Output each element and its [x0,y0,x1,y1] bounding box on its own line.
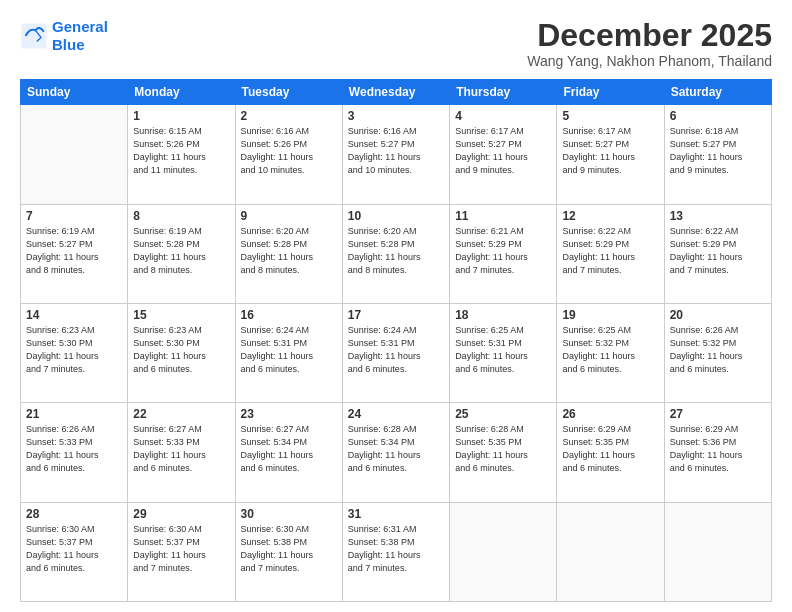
day-number: 28 [26,507,122,521]
day-info: Sunrise: 6:29 AMSunset: 5:35 PMDaylight:… [562,423,658,475]
day-cell [557,502,664,601]
day-cell: 20Sunrise: 6:26 AMSunset: 5:32 PMDayligh… [664,303,771,402]
day-info: Sunrise: 6:27 AMSunset: 5:33 PMDaylight:… [133,423,229,475]
day-info: Sunrise: 6:25 AMSunset: 5:32 PMDaylight:… [562,324,658,376]
day-cell [664,502,771,601]
day-info: Sunrise: 6:19 AMSunset: 5:27 PMDaylight:… [26,225,122,277]
day-cell: 9Sunrise: 6:20 AMSunset: 5:28 PMDaylight… [235,204,342,303]
week-row-1: 7Sunrise: 6:19 AMSunset: 5:27 PMDaylight… [21,204,772,303]
day-info: Sunrise: 6:23 AMSunset: 5:30 PMDaylight:… [26,324,122,376]
col-header-sunday: Sunday [21,80,128,105]
day-cell: 7Sunrise: 6:19 AMSunset: 5:27 PMDaylight… [21,204,128,303]
day-info: Sunrise: 6:16 AMSunset: 5:26 PMDaylight:… [241,125,337,177]
day-number: 24 [348,407,444,421]
day-cell: 1Sunrise: 6:15 AMSunset: 5:26 PMDaylight… [128,105,235,204]
day-number: 14 [26,308,122,322]
day-info: Sunrise: 6:16 AMSunset: 5:27 PMDaylight:… [348,125,444,177]
day-number: 7 [26,209,122,223]
day-number: 5 [562,109,658,123]
logo: General Blue [20,18,108,54]
day-cell: 6Sunrise: 6:18 AMSunset: 5:27 PMDaylight… [664,105,771,204]
day-info: Sunrise: 6:28 AMSunset: 5:35 PMDaylight:… [455,423,551,475]
day-info: Sunrise: 6:20 AMSunset: 5:28 PMDaylight:… [241,225,337,277]
day-cell: 27Sunrise: 6:29 AMSunset: 5:36 PMDayligh… [664,403,771,502]
day-number: 15 [133,308,229,322]
day-info: Sunrise: 6:15 AMSunset: 5:26 PMDaylight:… [133,125,229,177]
day-cell: 19Sunrise: 6:25 AMSunset: 5:32 PMDayligh… [557,303,664,402]
day-info: Sunrise: 6:28 AMSunset: 5:34 PMDaylight:… [348,423,444,475]
day-cell: 10Sunrise: 6:20 AMSunset: 5:28 PMDayligh… [342,204,449,303]
day-number: 19 [562,308,658,322]
subtitle: Wang Yang, Nakhon Phanom, Thailand [527,53,772,69]
day-number: 8 [133,209,229,223]
day-cell: 14Sunrise: 6:23 AMSunset: 5:30 PMDayligh… [21,303,128,402]
day-info: Sunrise: 6:30 AMSunset: 5:37 PMDaylight:… [26,523,122,575]
day-cell: 23Sunrise: 6:27 AMSunset: 5:34 PMDayligh… [235,403,342,502]
day-cell: 30Sunrise: 6:30 AMSunset: 5:38 PMDayligh… [235,502,342,601]
logo-line2: Blue [52,36,85,53]
day-cell: 4Sunrise: 6:17 AMSunset: 5:27 PMDaylight… [450,105,557,204]
col-header-saturday: Saturday [664,80,771,105]
day-info: Sunrise: 6:20 AMSunset: 5:28 PMDaylight:… [348,225,444,277]
day-cell: 18Sunrise: 6:25 AMSunset: 5:31 PMDayligh… [450,303,557,402]
day-number: 10 [348,209,444,223]
day-number: 9 [241,209,337,223]
page: General Blue December 2025 Wang Yang, Na… [0,0,792,612]
day-cell: 22Sunrise: 6:27 AMSunset: 5:33 PMDayligh… [128,403,235,502]
day-number: 27 [670,407,766,421]
day-info: Sunrise: 6:24 AMSunset: 5:31 PMDaylight:… [348,324,444,376]
day-cell: 25Sunrise: 6:28 AMSunset: 5:35 PMDayligh… [450,403,557,502]
day-cell: 3Sunrise: 6:16 AMSunset: 5:27 PMDaylight… [342,105,449,204]
day-number: 29 [133,507,229,521]
svg-rect-0 [21,23,46,48]
title-block: December 2025 Wang Yang, Nakhon Phanom, … [527,18,772,69]
col-header-tuesday: Tuesday [235,80,342,105]
day-cell: 13Sunrise: 6:22 AMSunset: 5:29 PMDayligh… [664,204,771,303]
day-number: 11 [455,209,551,223]
day-info: Sunrise: 6:30 AMSunset: 5:38 PMDaylight:… [241,523,337,575]
day-number: 17 [348,308,444,322]
day-number: 21 [26,407,122,421]
day-number: 23 [241,407,337,421]
day-number: 6 [670,109,766,123]
day-info: Sunrise: 6:31 AMSunset: 5:38 PMDaylight:… [348,523,444,575]
day-cell: 12Sunrise: 6:22 AMSunset: 5:29 PMDayligh… [557,204,664,303]
day-cell: 21Sunrise: 6:26 AMSunset: 5:33 PMDayligh… [21,403,128,502]
day-info: Sunrise: 6:23 AMSunset: 5:30 PMDaylight:… [133,324,229,376]
col-header-monday: Monday [128,80,235,105]
day-number: 26 [562,407,658,421]
day-cell: 28Sunrise: 6:30 AMSunset: 5:37 PMDayligh… [21,502,128,601]
col-header-thursday: Thursday [450,80,557,105]
day-number: 2 [241,109,337,123]
day-info: Sunrise: 6:19 AMSunset: 5:28 PMDaylight:… [133,225,229,277]
day-cell: 2Sunrise: 6:16 AMSunset: 5:26 PMDaylight… [235,105,342,204]
header: General Blue December 2025 Wang Yang, Na… [20,18,772,69]
day-info: Sunrise: 6:24 AMSunset: 5:31 PMDaylight:… [241,324,337,376]
day-number: 18 [455,308,551,322]
logo-line1: General [52,18,108,35]
calendar-table: SundayMondayTuesdayWednesdayThursdayFrid… [20,79,772,602]
day-info: Sunrise: 6:29 AMSunset: 5:36 PMDaylight:… [670,423,766,475]
day-number: 3 [348,109,444,123]
day-number: 20 [670,308,766,322]
day-info: Sunrise: 6:27 AMSunset: 5:34 PMDaylight:… [241,423,337,475]
day-cell: 15Sunrise: 6:23 AMSunset: 5:30 PMDayligh… [128,303,235,402]
day-number: 13 [670,209,766,223]
day-info: Sunrise: 6:17 AMSunset: 5:27 PMDaylight:… [562,125,658,177]
day-cell: 29Sunrise: 6:30 AMSunset: 5:37 PMDayligh… [128,502,235,601]
col-header-wednesday: Wednesday [342,80,449,105]
day-cell: 31Sunrise: 6:31 AMSunset: 5:38 PMDayligh… [342,502,449,601]
day-number: 25 [455,407,551,421]
day-info: Sunrise: 6:18 AMSunset: 5:27 PMDaylight:… [670,125,766,177]
week-row-3: 21Sunrise: 6:26 AMSunset: 5:33 PMDayligh… [21,403,772,502]
day-number: 16 [241,308,337,322]
week-row-2: 14Sunrise: 6:23 AMSunset: 5:30 PMDayligh… [21,303,772,402]
day-cell: 24Sunrise: 6:28 AMSunset: 5:34 PMDayligh… [342,403,449,502]
day-info: Sunrise: 6:22 AMSunset: 5:29 PMDaylight:… [562,225,658,277]
col-header-friday: Friday [557,80,664,105]
day-cell: 8Sunrise: 6:19 AMSunset: 5:28 PMDaylight… [128,204,235,303]
week-row-4: 28Sunrise: 6:30 AMSunset: 5:37 PMDayligh… [21,502,772,601]
header-row: SundayMondayTuesdayWednesdayThursdayFrid… [21,80,772,105]
day-info: Sunrise: 6:17 AMSunset: 5:27 PMDaylight:… [455,125,551,177]
logo-icon [20,22,48,50]
